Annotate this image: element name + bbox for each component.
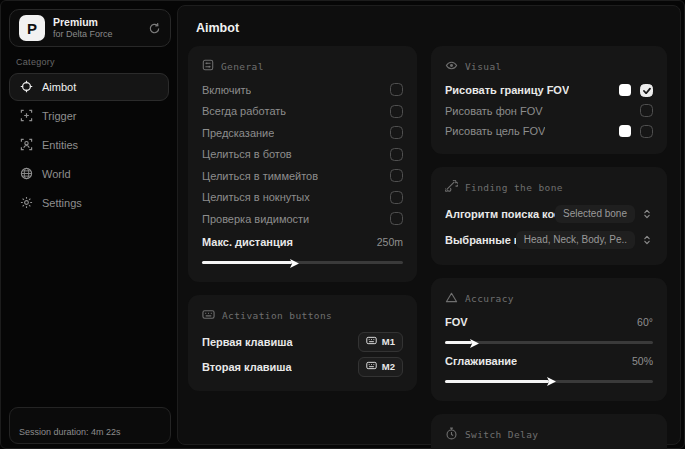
session-card: Session duration: 4m 22s: [9, 407, 171, 444]
refresh-icon[interactable]: [148, 22, 161, 35]
page-title: Aimbot: [196, 21, 239, 35]
toggle-label: Всегда работать: [202, 105, 286, 117]
panel-activation-buttons: Activation buttons Первая клавиша M1 Вто…: [188, 295, 417, 391]
main-content: Aimbot General Включить Всегда работать …: [177, 5, 681, 445]
panel-title: Switch Delay: [465, 429, 538, 440]
visual-row-label: Рисовать фон FOV: [445, 105, 543, 117]
panel-title: General: [221, 61, 264, 72]
keybind-button-primary[interactable]: M1: [358, 332, 403, 352]
app-title: Premium: [53, 16, 140, 29]
category-label: Category: [16, 57, 177, 67]
bone-icon: [445, 180, 458, 195]
panel-accuracy: Accuracy FOV 60° Сглаживание 50%: [431, 278, 667, 401]
premium-card: P Premium for Delta Force: [9, 9, 171, 47]
sidebar: P Premium for Delta Force Category Aimbo…: [1, 1, 177, 449]
bone-algorithm-select[interactable]: Selected bone: [555, 205, 635, 223]
checkbox-target-bots[interactable]: [390, 148, 403, 161]
checkbox-draw-fov-target[interactable]: [640, 125, 653, 138]
checkbox-target-knocked[interactable]: [390, 191, 403, 204]
slider-value: 60°: [637, 316, 653, 328]
sidebar-item-settings[interactable]: Settings: [9, 189, 169, 217]
sidebar-item-world[interactable]: World: [9, 160, 169, 188]
sidebar-item-entities[interactable]: Entities: [9, 131, 169, 159]
chevron-up-down-icon[interactable]: [641, 208, 653, 220]
checkbox-target-teammates[interactable]: [390, 169, 403, 182]
checkbox-visibility-check[interactable]: [390, 212, 403, 225]
stopwatch-icon: [445, 427, 458, 442]
toggle-label: Проверка видимости: [202, 213, 309, 225]
visual-row-label: Рисовать цель FOV: [445, 125, 545, 137]
session-duration: Session duration: 4m 22s: [19, 427, 121, 437]
slider-label: Макс. дистанция: [202, 236, 293, 248]
color-swatch[interactable]: [619, 125, 631, 137]
checkbox-always-work[interactable]: [390, 105, 403, 118]
slider-thumb[interactable]: [547, 376, 556, 388]
sliders-icon: [202, 59, 214, 73]
keyboard-icon: [202, 308, 215, 323]
checkbox-prediction[interactable]: [390, 126, 403, 139]
selected-bones-select[interactable]: Head, Neck, Body, Pe..: [516, 231, 635, 249]
app-subtitle: for Delta Force: [53, 29, 140, 40]
keybind-label: Первая клавиша: [202, 336, 293, 348]
keyboard-icon: [366, 335, 377, 348]
sidebar-item-label: World: [42, 168, 71, 180]
gear-icon: [20, 196, 33, 211]
sidebar-item-aimbot[interactable]: Aimbot: [9, 73, 169, 101]
app-window: P Premium for Delta Force Category Aimbo…: [0, 0, 685, 449]
person-scan-icon: [20, 138, 33, 153]
toggle-label: Включить: [202, 84, 251, 96]
panel-finding-bone: Finding the bone Алгоритм поиска кост Se…: [431, 167, 667, 265]
select-label: Алгоритм поиска кост: [445, 208, 555, 220]
panel-title: Finding the bone: [465, 182, 563, 193]
panel-title: Accuracy: [465, 293, 514, 304]
crosshair-icon: [20, 80, 33, 95]
toggle-label: Целиться в нокнутых: [202, 191, 310, 203]
globe-icon: [20, 167, 33, 182]
checkbox-draw-fov-border[interactable]: [640, 84, 653, 97]
panel-switch-delay: Switch Delay Задержка переключения Задер…: [431, 414, 667, 449]
sidebar-item-label: Settings: [42, 197, 82, 209]
sidebar-item-label: Aimbot: [42, 81, 76, 93]
slider-thumb[interactable]: [470, 338, 479, 350]
smoothing-slider[interactable]: [445, 380, 653, 383]
checkbox-enable[interactable]: [390, 83, 403, 96]
sidebar-nav: Aimbot Trigger Entities World Settings: [1, 73, 177, 218]
sidebar-item-label: Trigger: [42, 110, 76, 122]
keybind-button-secondary[interactable]: M2: [358, 357, 403, 377]
panel-visual: Visual Рисовать границу FOV Рисовать фон…: [431, 46, 667, 154]
toggle-label: Целиться в ботов: [202, 148, 292, 160]
max-distance-slider[interactable]: [202, 261, 403, 264]
panel-title: Activation buttons: [222, 310, 332, 321]
select-label: Выбранные кос: [445, 234, 516, 246]
fov-slider[interactable]: [445, 341, 653, 344]
slider-value: 250m: [377, 236, 403, 248]
keybind-label: Вторая клавиша: [202, 361, 292, 373]
panel-title: Visual: [465, 61, 502, 72]
sidebar-item-trigger[interactable]: Trigger: [9, 102, 169, 130]
eye-icon: [445, 59, 458, 74]
keyboard-icon: [366, 360, 377, 373]
slider-label: Сглаживание: [445, 355, 517, 367]
visual-row-label: Рисовать границу FOV: [445, 84, 569, 96]
slider-value: 50%: [632, 355, 653, 367]
toggle-label: Целиться в тиммейтов: [202, 170, 318, 182]
color-swatch[interactable]: [619, 84, 631, 96]
slider-thumb[interactable]: [290, 258, 299, 270]
toggle-label: Предсказание: [202, 127, 274, 139]
chevron-up-down-icon[interactable]: [641, 234, 653, 246]
sidebar-item-label: Entities: [42, 139, 78, 151]
triangle-icon: [445, 291, 458, 306]
checkbox-draw-fov-background[interactable]: [640, 104, 653, 117]
app-logo: P: [19, 15, 45, 41]
slider-label: FOV: [445, 316, 468, 328]
panel-general: General Включить Всегда работать Предска…: [188, 46, 417, 282]
trigger-icon: [20, 109, 33, 124]
